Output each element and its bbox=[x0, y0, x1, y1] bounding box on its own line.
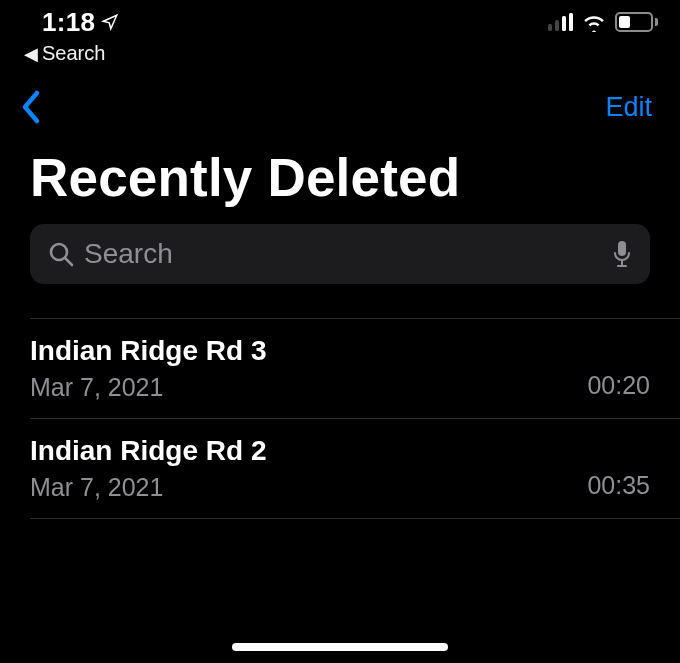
svg-rect-2 bbox=[618, 241, 626, 256]
svg-line-1 bbox=[65, 258, 72, 265]
list-item[interactable]: Indian Ridge Rd 2 Mar 7, 2021 00:35 bbox=[0, 419, 680, 518]
status-bar: 1:18 bbox=[0, 0, 680, 44]
search-container bbox=[0, 224, 680, 300]
cellular-signal-icon bbox=[548, 13, 574, 31]
home-indicator[interactable] bbox=[232, 643, 448, 651]
recording-title: Indian Ridge Rd 2 bbox=[30, 435, 587, 467]
breadcrumb-back[interactable]: ◀ Search bbox=[0, 42, 680, 71]
back-button[interactable] bbox=[20, 89, 42, 125]
recording-title: Indian Ridge Rd 3 bbox=[30, 335, 587, 367]
status-left: 1:18 bbox=[42, 7, 119, 38]
location-icon bbox=[101, 13, 119, 31]
search-icon bbox=[48, 241, 74, 267]
recordings-list: Indian Ridge Rd 3 Mar 7, 2021 00:20 Indi… bbox=[0, 318, 680, 519]
wifi-icon bbox=[581, 12, 607, 32]
status-right bbox=[548, 12, 659, 32]
status-time: 1:18 bbox=[42, 7, 95, 38]
battery-icon bbox=[615, 12, 658, 32]
breadcrumb-chevron-icon: ◀ bbox=[24, 43, 38, 65]
page-title: Recently Deleted bbox=[0, 131, 680, 224]
microphone-icon[interactable] bbox=[612, 240, 632, 268]
recording-date: Mar 7, 2021 bbox=[30, 373, 587, 402]
search-input[interactable] bbox=[84, 238, 602, 270]
nav-bar: Edit bbox=[0, 71, 680, 131]
breadcrumb-label: Search bbox=[42, 42, 105, 65]
recording-date: Mar 7, 2021 bbox=[30, 473, 587, 502]
list-item[interactable]: Indian Ridge Rd 3 Mar 7, 2021 00:20 bbox=[0, 319, 680, 418]
search-field[interactable] bbox=[30, 224, 650, 284]
edit-button[interactable]: Edit bbox=[605, 92, 652, 123]
recording-duration: 00:20 bbox=[587, 371, 650, 402]
recording-duration: 00:35 bbox=[587, 471, 650, 502]
